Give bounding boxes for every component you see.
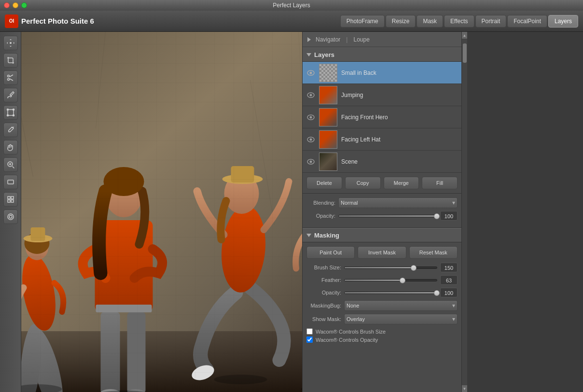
svg-point-15 (8, 214, 14, 220)
masking-bug-select[interactable]: None Automatic Manual (344, 300, 458, 311)
scroll-track[interactable] (462, 39, 467, 385)
navigator-tab[interactable]: Navigator (313, 35, 343, 44)
right-panel: Navigator | Loupe Layers (302, 32, 461, 392)
tab-divider: | (346, 36, 347, 43)
extra-tool-btn[interactable] (3, 210, 18, 224)
left-toolbar (0, 32, 21, 392)
layer-row[interactable]: Jumping (303, 84, 461, 106)
right-panel-layout: Navigator | Loupe Layers (302, 32, 583, 392)
move-tool-btn[interactable] (3, 36, 18, 50)
zoom-tool-btn[interactable] (3, 157, 18, 172)
wacom-brush-label[interactable]: Wacom® Controls Brush Size (316, 329, 386, 335)
svg-rect-9 (8, 180, 14, 184)
maximize-window-btn[interactable] (21, 2, 27, 8)
svg-point-4 (7, 109, 8, 111)
rect-tool-btn[interactable] (3, 175, 18, 189)
nav-resize[interactable]: Resize (386, 15, 416, 28)
layer-name: Facing Front Hero (341, 114, 458, 121)
layer-row[interactable]: Scene (303, 151, 461, 173)
fill-layer-button[interactable]: Fill (422, 177, 458, 189)
invert-mask-button[interactable]: Invert Mask (358, 246, 406, 259)
svg-rect-10 (8, 196, 10, 199)
show-mask-select[interactable]: Overlay Off On (344, 314, 458, 324)
eye-visibility-icon[interactable] (306, 157, 315, 166)
feather-label: Feather: (306, 277, 341, 283)
right-scrollbar: ▲ ▼ (461, 32, 467, 392)
nav-expand-icon (307, 37, 311, 42)
eyedropper-tool-btn[interactable] (3, 123, 18, 137)
canvas-photo (21, 32, 302, 392)
svg-point-61 (310, 138, 312, 140)
svg-point-63 (310, 160, 312, 163)
layers-title: Layers (314, 51, 334, 58)
transform-tool-btn[interactable] (3, 105, 18, 120)
masking-opacity-label: Opacity: (306, 290, 341, 295)
nav-photoframe[interactable]: PhotoFrame (340, 15, 385, 28)
wacom-opacity-label[interactable]: Wacom® Controls Opacity (316, 337, 378, 343)
blending-select-wrap[interactable]: Normal Multiply Screen Overlay Darken Li… (338, 197, 458, 208)
nav-mask[interactable]: Mask (416, 15, 443, 28)
layer-row[interactable]: Facing Left Hat (303, 128, 461, 151)
wacom-opacity-checkbox[interactable] (306, 336, 313, 343)
paint-out-button[interactable]: Paint Out (306, 246, 355, 259)
wacom-brush-checkbox[interactable] (306, 328, 313, 335)
layer-actions: Delete Copy Merge Fill (303, 173, 461, 194)
layer-thumbnail (319, 153, 337, 171)
main-layout: Navigator | Loupe Layers (0, 32, 583, 392)
masking-expand-icon[interactable] (306, 234, 311, 237)
opacity-slider[interactable] (338, 212, 437, 219)
svg-point-5 (13, 109, 14, 111)
layer-row[interactable]: Facing Front Hero (303, 106, 461, 128)
svg-point-2 (7, 79, 9, 81)
reset-mask-button[interactable]: Reset Mask (409, 246, 458, 259)
layers-list: Small in Back Jumping (303, 62, 461, 173)
nav-focalpoint[interactable]: FocalPoint (507, 15, 547, 28)
blending-select[interactable]: Normal Multiply Screen Overlay Darken Li… (338, 197, 458, 208)
canvas-area[interactable] (21, 32, 302, 392)
masking-opacity-value: 100 (440, 288, 458, 297)
masking-bug-select-wrap[interactable]: None Automatic Manual (344, 300, 458, 311)
layers-expand-icon[interactable] (306, 53, 311, 56)
brush-size-slider[interactable] (344, 264, 437, 271)
layer-name: Small in Back (341, 70, 458, 76)
layer-row[interactable]: Small in Back (303, 62, 461, 84)
nav-portrait[interactable]: Portrait (475, 15, 507, 28)
scroll-thumb[interactable] (463, 43, 467, 63)
svg-point-0 (10, 42, 12, 44)
brush-tool-btn[interactable] (3, 88, 18, 102)
logo-icon: OI (5, 14, 18, 28)
masking-bug-label: MaskingBug: (306, 303, 341, 308)
nav-layers[interactable]: Layers (548, 15, 578, 28)
blending-label: Blending: (306, 200, 335, 206)
scissors-tool-btn[interactable] (3, 70, 18, 85)
scroll-down-arrow[interactable]: ▼ (462, 385, 467, 392)
layers-header: Layers (303, 47, 461, 62)
close-window-btn[interactable] (4, 2, 10, 8)
eye-visibility-icon[interactable] (306, 135, 315, 144)
copy-layer-button[interactable]: Copy (345, 177, 381, 189)
eye-visibility-icon[interactable] (306, 91, 315, 99)
eye-visibility-icon[interactable] (306, 113, 315, 122)
eye-visibility-icon[interactable] (306, 69, 315, 77)
feather-slider[interactable] (344, 277, 437, 283)
masking-content: Paint Out Invert Mask Reset Mask Brush S… (303, 242, 461, 349)
merge-layer-button[interactable]: Merge (384, 177, 419, 189)
nav-effects[interactable]: Effects (444, 15, 474, 28)
crop-tool-btn[interactable] (3, 53, 18, 68)
svg-point-6 (7, 115, 8, 116)
hand-tool-btn[interactable] (3, 140, 18, 154)
layer-thumbnail (319, 86, 337, 104)
loupe-tab[interactable]: Loupe (350, 35, 372, 44)
delete-layer-button[interactable]: Delete (306, 177, 342, 189)
view-tool-btn[interactable] (3, 192, 18, 207)
show-mask-label: Show Mask: (306, 316, 341, 322)
svg-rect-11 (11, 196, 14, 199)
masking-opacity-slider[interactable] (344, 289, 437, 296)
svg-point-55 (310, 71, 312, 74)
window-controls (4, 2, 27, 8)
scroll-up-arrow[interactable]: ▲ (462, 32, 467, 39)
opacity-value: 100 (440, 211, 458, 221)
minimize-window-btn[interactable] (13, 2, 18, 8)
show-mask-select-wrap[interactable]: Overlay Off On (344, 314, 458, 324)
nav-loupe-bar: Navigator | Loupe (303, 32, 461, 47)
